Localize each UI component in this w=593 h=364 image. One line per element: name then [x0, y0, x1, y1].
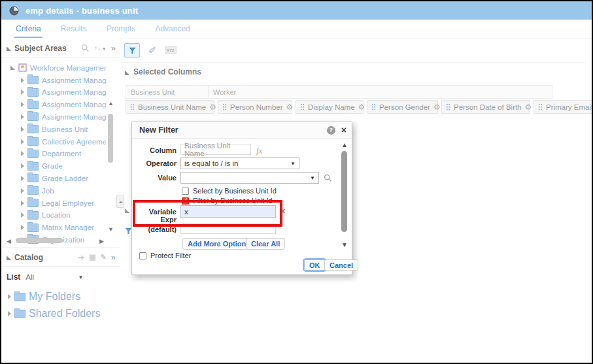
search-values-icon[interactable] — [324, 174, 332, 182]
collapse-triangle-icon[interactable] — [7, 46, 11, 51]
collapsed-node-icon[interactable] — [21, 127, 24, 132]
collapsed-node-icon[interactable] — [21, 114, 24, 120]
filter-by-id-row[interactable]: Filter by Business Unit Id — [182, 197, 273, 205]
tree-item-assignment-manager-li[interactable]: Assignment Manager Li — [21, 101, 106, 109]
gear-icon[interactable]: ⚙ — [358, 103, 365, 111]
tree-item-location[interactable]: Location — [21, 211, 70, 220]
tree-item-assignment-manager[interactable]: Assignment Manager — [21, 76, 106, 84]
tree-root-label[interactable]: Workforce Management - W — [30, 64, 106, 72]
gear-icon[interactable]: ⚙ — [286, 103, 294, 111]
tree-item-label[interactable]: Assignment Manager — [42, 76, 106, 84]
edit-icon[interactable]: ✎ — [101, 253, 107, 261]
collapsed-node-icon[interactable] — [21, 102, 24, 107]
tree-item-assignment-manager-u[interactable]: Assignment Manager (U — [21, 88, 106, 97]
collapsed-node-icon[interactable] — [21, 225, 24, 230]
column-pill-primary-email[interactable]: Primary Email⚙ — [534, 100, 593, 114]
tree-root-workforce[interactable]: Workforce Management - W — [10, 63, 106, 72]
help-icon[interactable]: ? — [327, 126, 335, 135]
ok-button[interactable]: OK — [304, 259, 326, 271]
select-by-id-row[interactable]: Select by Business Unit Id — [182, 187, 277, 195]
variable-expr-input[interactable]: x — [180, 205, 276, 218]
column-pill-business-unit-name[interactable]: Business Unit Name⚙ — [126, 100, 214, 114]
drag-handle-icon[interactable] — [300, 103, 305, 110]
tree-item-grade-ladder[interactable]: Grade Ladder — [21, 174, 88, 182]
tree-item-label[interactable]: Department — [42, 150, 81, 157]
tree-item-label[interactable]: Location — [42, 211, 70, 219]
default-input[interactable] — [180, 223, 276, 234]
checkbox-unchecked-icon[interactable] — [182, 188, 189, 195]
remove-icon[interactable]: × — [280, 205, 286, 216]
expanded-node-icon[interactable] — [10, 65, 15, 70]
value-combo[interactable]: ▼ — [180, 172, 319, 184]
tab-criteria[interactable]: Criteria — [14, 20, 42, 38]
checkbox-unchecked-icon[interactable] — [139, 252, 146, 259]
collapse-triangle-icon[interactable] — [125, 208, 129, 213]
variables-button[interactable]: XYZ — [165, 46, 177, 54]
sort-icon[interactable]: ↑↓ ▼ — [94, 44, 107, 52]
collapse-triangle-icon[interactable] — [125, 71, 129, 75]
tree-item-assignment-manager-li[interactable]: Assignment Manager Li — [21, 112, 106, 121]
tree-item-business-unit[interactable]: Business Unit — [21, 125, 88, 133]
filter-tool-button[interactable] — [124, 43, 140, 58]
column-pill-person-gender[interactable]: Person Gender⚙ — [367, 100, 438, 114]
scroll-left-icon[interactable]: ◀ — [7, 239, 11, 244]
collapsed-node-icon[interactable] — [21, 78, 24, 83]
collapse-triangle-icon[interactable] — [7, 256, 11, 260]
dialog-scrollbar-thumb[interactable] — [341, 151, 347, 232]
drag-handle-icon[interactable] — [446, 103, 450, 110]
vertical-scrollbar-thumb[interactable] — [108, 114, 113, 163]
list-type-dropdown[interactable]: All ▼ — [25, 273, 83, 281]
drag-handle-icon[interactable] — [538, 103, 543, 110]
horizontal-scrollbar-thumb[interactable] — [16, 238, 63, 243]
dialog-title-bar[interactable]: New Filter ? × — [132, 122, 352, 139]
drag-handle-icon[interactable] — [222, 103, 227, 110]
tree-item-label[interactable]: Grade — [42, 162, 63, 170]
tree-item-legal-employer[interactable]: Legal Employer — [21, 199, 94, 207]
tab-prompts[interactable]: Prompts — [105, 20, 137, 38]
checkbox-checked-icon[interactable] — [182, 197, 189, 205]
tree-item-department[interactable]: Department — [21, 150, 81, 158]
gear-icon[interactable]: ⚙ — [433, 103, 441, 111]
column-field[interactable]: Business Unit Name — [180, 144, 251, 155]
catalog-item-label[interactable]: Shared Folders — [29, 308, 100, 320]
collapsed-node-icon[interactable] — [8, 294, 11, 299]
close-icon[interactable]: × — [341, 125, 347, 135]
catalog-item-my-folders[interactable]: My Folders — [8, 291, 120, 303]
column-pill-person-date-of-birth[interactable]: Person Date of Birth⚙ — [441, 100, 530, 114]
search-icon[interactable] — [81, 44, 90, 52]
open-arrow-icon[interactable]: ➜ — [78, 253, 84, 262]
catalog-item-shared-folders[interactable]: Shared Folders — [8, 308, 120, 320]
scroll-down-icon[interactable]: ▼ — [341, 242, 348, 248]
tree-item-grade[interactable]: Grade — [21, 162, 63, 171]
expand-panel-icon[interactable]: » — [111, 252, 116, 262]
tree-item-collective-agreements[interactable]: Collective Agreements — [21, 137, 106, 146]
gear-icon[interactable]: ⚙ — [525, 103, 532, 111]
catalog-item-label[interactable]: My Folders — [29, 291, 80, 303]
gear-icon[interactable]: ⚙ — [209, 103, 216, 111]
clear-all-button[interactable]: Clear All — [246, 238, 285, 250]
expand-panel-icon[interactable]: » — [111, 43, 116, 53]
scroll-down-icon[interactable]: ▼ — [108, 227, 114, 233]
scroll-up-icon[interactable]: ▲ — [341, 142, 348, 148]
collapsed-node-icon[interactable] — [21, 176, 24, 181]
tree-item-label[interactable]: Grade Ladder — [42, 174, 88, 182]
collapsed-node-icon[interactable] — [8, 311, 11, 316]
collapsed-node-icon[interactable] — [21, 212, 24, 218]
fx-icon[interactable]: fx — [256, 146, 262, 156]
tree-item-label[interactable]: Legal Employer — [42, 199, 94, 207]
column-pill-person-number[interactable]: Person Number⚙ — [218, 100, 292, 114]
tree-item-label[interactable]: Collective Agreements — [42, 138, 106, 146]
selection-steps-button[interactable]: ✐ — [145, 44, 160, 57]
drag-handle-icon[interactable] — [371, 103, 376, 110]
collapsed-node-icon[interactable] — [21, 139, 24, 144]
tree-item-label[interactable]: Matrix Manager — [42, 223, 94, 231]
tree-item-label[interactable]: Assignment Manager (U — [42, 88, 106, 96]
scroll-right-icon[interactable]: ▶ — [99, 239, 104, 244]
column-pill-display-name[interactable]: Display Name⚙ — [296, 100, 364, 114]
collapsed-node-icon[interactable] — [21, 151, 24, 156]
protect-filter-row[interactable]: Protect Filter — [139, 252, 191, 259]
scroll-up-icon[interactable]: ▲ — [108, 101, 114, 107]
collapsed-node-icon[interactable] — [21, 163, 24, 169]
collapsed-node-icon[interactable] — [21, 201, 24, 206]
tree-item-label[interactable]: Job — [42, 187, 54, 195]
